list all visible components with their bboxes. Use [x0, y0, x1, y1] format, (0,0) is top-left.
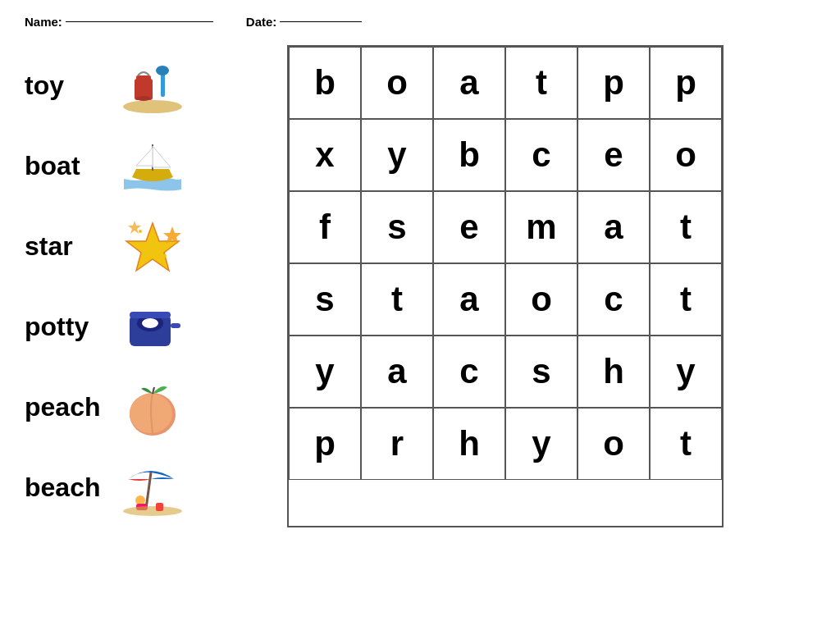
- svg-point-0: [123, 100, 182, 113]
- grid-cell: e: [433, 191, 505, 263]
- svg-point-11: [139, 230, 142, 233]
- grid-cell: y: [361, 119, 433, 191]
- svg-rect-2: [136, 75, 151, 80]
- grid-cell: t: [650, 191, 722, 263]
- grid-cell: t: [505, 47, 578, 119]
- grid-cell: b: [289, 47, 361, 119]
- grid-cell: r: [361, 408, 433, 480]
- svg-rect-4: [161, 72, 165, 97]
- word-list: toy boat: [25, 45, 262, 527]
- grid-cell: y: [505, 408, 578, 480]
- list-item: boat: [25, 126, 262, 206]
- grid-cell: o: [361, 47, 433, 119]
- header: Name: Date:: [0, 0, 840, 37]
- grid-cell: t: [361, 263, 433, 336]
- grid-cell: a: [361, 336, 433, 408]
- svg-point-14: [142, 318, 158, 328]
- list-item: star: [25, 206, 262, 286]
- svg-line-20: [146, 472, 151, 509]
- name-field: Name:: [25, 15, 213, 29]
- date-underline[interactable]: [280, 21, 362, 22]
- grid-cell: x: [289, 119, 361, 191]
- icon-peach: [120, 377, 185, 438]
- grid-cell: a: [433, 263, 505, 336]
- icon-toy: [120, 55, 185, 116]
- icon-star: [120, 216, 185, 277]
- word-label-peach: peach: [25, 392, 107, 422]
- svg-point-5: [156, 66, 169, 75]
- word-label-boat: boat: [25, 151, 107, 181]
- grid-cell: a: [433, 47, 505, 119]
- name-label: Name:: [25, 15, 62, 29]
- grid-cell: s: [289, 263, 361, 336]
- grid-cell: p: [650, 47, 722, 119]
- potty-svg-icon: [120, 297, 185, 356]
- icon-boat: [120, 135, 185, 197]
- grid-cell: t: [650, 263, 722, 336]
- grid-cell: e: [578, 119, 650, 191]
- peach-svg-icon: [120, 377, 185, 436]
- svg-point-3: [136, 96, 151, 101]
- grid-cell: o: [505, 263, 578, 336]
- name-underline[interactable]: [66, 21, 213, 22]
- grid-cell: c: [433, 336, 505, 408]
- word-label-potty: potty: [25, 312, 107, 342]
- grid-cell: p: [578, 47, 650, 119]
- grid-cell: c: [578, 263, 650, 336]
- date-label: Date:: [246, 15, 277, 29]
- grid-cell: f: [289, 191, 361, 263]
- grid-cell: h: [578, 336, 650, 408]
- main-content: toy boat: [0, 37, 840, 536]
- toy-svg-icon: [120, 56, 185, 115]
- grid-cell: s: [505, 336, 578, 408]
- svg-point-10: [163, 254, 167, 258]
- grid-cell: h: [433, 408, 505, 480]
- list-item: beach: [25, 447, 262, 527]
- grid-cell: a: [578, 191, 650, 263]
- grid-cell: t: [650, 408, 722, 480]
- date-field: Date:: [246, 15, 363, 29]
- grid-cell: y: [289, 336, 361, 408]
- grid-cell: o: [650, 119, 722, 191]
- icon-beach: [120, 457, 185, 518]
- svg-rect-24: [156, 503, 163, 511]
- grid-cell: p: [289, 408, 361, 480]
- word-search-grid: boatppxybceofsematstaoctyacshyprhyot: [287, 45, 724, 527]
- icon-potty: [120, 296, 185, 358]
- grid-cell: m: [505, 191, 578, 263]
- beach-svg-icon: [120, 458, 185, 517]
- grid-cell: s: [361, 191, 433, 263]
- svg-rect-16: [171, 323, 180, 328]
- list-item: potty: [25, 286, 262, 367]
- svg-point-23: [123, 506, 182, 516]
- grid-cell: y: [650, 336, 722, 408]
- star-svg-icon: [120, 217, 185, 276]
- list-item: peach: [25, 367, 262, 447]
- svg-rect-15: [130, 312, 171, 318]
- word-label-toy: toy: [25, 71, 107, 101]
- grid-cell: c: [505, 119, 578, 191]
- boat-svg-icon: [120, 136, 185, 195]
- word-label-star: star: [25, 231, 107, 262]
- word-label-beach: beach: [25, 472, 107, 503]
- grid-cell: b: [433, 119, 505, 191]
- grid-cell: o: [578, 408, 650, 480]
- list-item: toy: [25, 45, 262, 126]
